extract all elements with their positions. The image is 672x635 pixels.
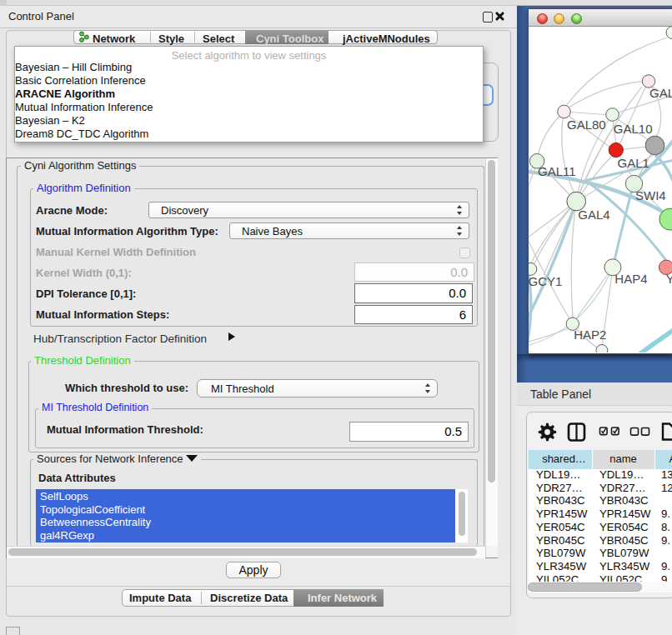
svg-text:HAP4: HAP4 — [614, 272, 647, 286]
svg-text:GAL7: GAL7 — [649, 86, 672, 100]
svg-text:GAL11: GAL11 — [538, 164, 576, 178]
svg-text:GAL10: GAL10 — [614, 122, 653, 136]
svg-text:YM: YM — [666, 272, 672, 286]
svg-text:GCY1: GCY1 — [529, 274, 562, 288]
svg-text:GAL80: GAL80 — [567, 118, 606, 132]
svg-text:SWI4: SWI4 — [635, 188, 666, 202]
svg-text:GAL4: GAL4 — [578, 208, 609, 222]
svg-text:HAP2: HAP2 — [574, 328, 606, 342]
svg-text:GAL1: GAL1 — [618, 156, 649, 170]
